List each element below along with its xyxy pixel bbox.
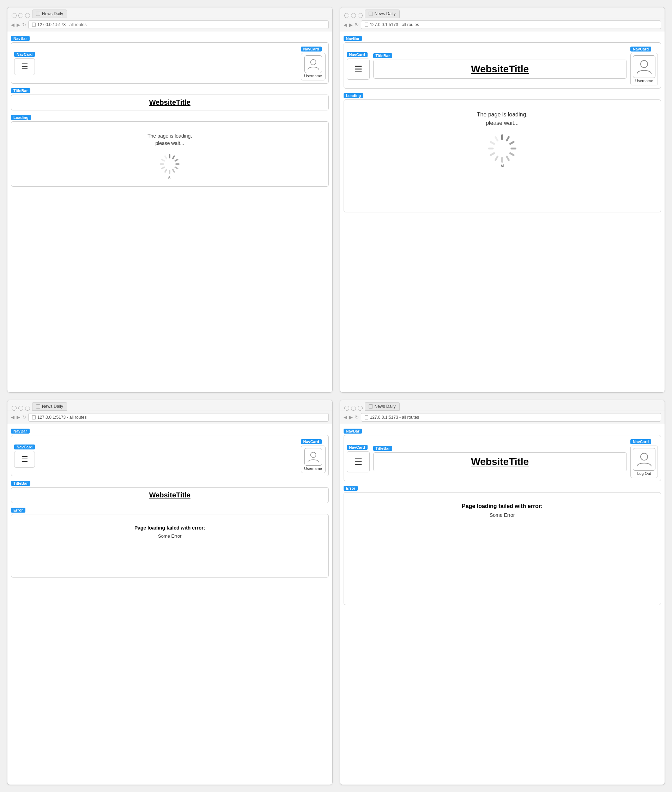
hamburger-icon[interactable]: ☰: [349, 61, 367, 77]
avatar: [304, 55, 322, 73]
titlebar: WebsiteTitle: [373, 60, 627, 79]
titlebar-label: TitleBar: [373, 446, 393, 451]
navbar-row: NavCard ☰ TitleBar WebsiteTitle: [347, 45, 658, 85]
window-btn-3[interactable]: [25, 13, 30, 18]
user-navcard[interactable]: Username: [630, 53, 658, 85]
browser-window-top-left: News Daily ◀ ▶ ↻ 127.0.0.1:5173 - all ro…: [7, 7, 333, 393]
hamburger-icon[interactable]: ☰: [18, 453, 32, 465]
right-navcard-label: NavCard: [630, 439, 651, 444]
address-input[interactable]: 127.0.0.1:5173 - all routes: [28, 21, 329, 29]
spinner-label: Ai: [501, 164, 504, 168]
window-btn-2[interactable]: [351, 406, 356, 411]
user-navcard[interactable]: Username: [301, 53, 326, 80]
error-message: Some Error: [351, 512, 654, 518]
browser-tab[interactable]: News Daily: [32, 402, 67, 411]
page-body: NavBar NavCard ☰ TitleBar WebsiteTitle: [340, 424, 665, 608]
back-button[interactable]: ◀: [344, 414, 347, 420]
hamburger-icon[interactable]: ☰: [18, 61, 32, 73]
address-bar-row: ◀ ▶ ↻ 127.0.0.1:5173 - all routes: [7, 18, 332, 31]
forward-button[interactable]: ▶: [349, 414, 353, 420]
address-input[interactable]: 127.0.0.1:5173 - all routes: [361, 413, 661, 422]
back-button[interactable]: ◀: [11, 414, 14, 420]
browser-tab-bar: News Daily: [340, 7, 665, 18]
address-bar-row: ◀ ▶ ↻ 127.0.0.1:5173 - all routes: [340, 18, 665, 31]
right-navcard-label: NavCard: [301, 439, 322, 444]
tab-title: News Daily: [42, 11, 63, 16]
spinner-label: Ai: [168, 175, 171, 179]
loading-section: The page is loading,please wait...: [11, 122, 329, 187]
browser-tab[interactable]: News Daily: [365, 402, 400, 411]
spinner-line-2: [506, 136, 510, 141]
hamburger-navcard[interactable]: ☰: [347, 451, 370, 472]
refresh-button[interactable]: ↻: [355, 414, 359, 420]
titlebar: WebsiteTitle: [373, 452, 627, 471]
hamburger-navcard[interactable]: ☰: [347, 59, 370, 80]
back-button[interactable]: ◀: [11, 22, 14, 27]
browser-tab[interactable]: News Daily: [365, 10, 400, 18]
window-btn-1[interactable]: [344, 406, 349, 411]
window-btn-2[interactable]: [18, 13, 23, 18]
user-navcard[interactable]: Log Out: [630, 446, 658, 478]
address-page-icon: [32, 415, 36, 419]
window-btn-2[interactable]: [18, 406, 23, 411]
right-navcard-wrapper: NavCard Username: [301, 45, 326, 80]
window-btn-1[interactable]: [344, 13, 349, 18]
avatar-svg: [635, 58, 653, 75]
username-text: Username: [635, 79, 653, 83]
error-wrapper: Error Page loading failed with error: So…: [344, 485, 661, 605]
left-navcard-label: NavCard: [14, 52, 35, 57]
svg-point-1: [641, 61, 648, 68]
address-input[interactable]: 127.0.0.1:5173 - all routes: [28, 413, 329, 422]
address-page-icon: [365, 415, 368, 419]
navbar-row: NavCard ☰ TitleBar WebsiteTitle NavCard: [347, 438, 658, 478]
window-btn-3[interactable]: [25, 406, 30, 411]
avatar-svg: [635, 451, 653, 468]
browser-window-bottom-left: News Daily ◀ ▶ ↻ 127.0.0.1:5173 - all ro…: [7, 400, 333, 785]
window-btn-3[interactable]: [358, 406, 363, 411]
left-navcard-wrapper: NavCard ☰: [14, 443, 35, 468]
navbar-inner: NavCard ☰ NavCard: [14, 438, 326, 473]
address-input[interactable]: 127.0.0.1:5173 - all routes: [361, 21, 661, 29]
back-button[interactable]: ◀: [344, 22, 347, 27]
address-bar-row: ◀ ▶ ↻ 127.0.0.1:5173 - all routes: [7, 411, 332, 424]
left-navcard-wrapper: NavCard ☰: [14, 51, 35, 75]
avatar: [633, 448, 655, 470]
address-page-icon: [365, 22, 368, 27]
user-navcard[interactable]: Username: [301, 446, 326, 473]
spinner-line-4: [511, 148, 517, 150]
navbar-label: NavBar: [11, 36, 30, 41]
spinner-line-4: [175, 163, 179, 165]
page-body: NavBar NavCard ☰ TitleBar WebsiteTitle: [340, 31, 665, 216]
window-btn-1[interactable]: [12, 13, 17, 18]
forward-button[interactable]: ▶: [17, 22, 20, 27]
hamburger-navcard[interactable]: ☰: [14, 58, 35, 75]
window-btn-1[interactable]: [12, 406, 17, 411]
spinner-line-5: [509, 152, 515, 156]
refresh-button[interactable]: ↻: [355, 22, 359, 27]
username-text: Username: [304, 74, 322, 78]
spinner-line-11: [490, 141, 495, 145]
window-btn-2[interactable]: [351, 13, 356, 18]
window-controls: [344, 406, 363, 411]
refresh-button[interactable]: ↻: [22, 22, 26, 27]
hamburger-navcard[interactable]: ☰: [14, 451, 35, 468]
address-text: 127.0.0.1:5173 - all routes: [370, 415, 419, 420]
hamburger-icon[interactable]: ☰: [349, 454, 367, 470]
error-title: Page loading failed with error:: [18, 525, 322, 531]
refresh-button[interactable]: ↻: [22, 414, 26, 420]
titlebar-wrapper-inline: TitleBar WebsiteTitle: [373, 52, 627, 79]
tab-title: News Daily: [42, 404, 63, 409]
navbar-wrapper: NavBar NavCard ☰ NavCard: [11, 35, 329, 83]
window-btn-3[interactable]: [358, 13, 363, 18]
loading-wrapper: Loading The page is loading,please wait.…: [344, 92, 661, 212]
error-label: Error: [11, 508, 26, 513]
username-text: Username: [304, 466, 322, 470]
spinner-line-11: [161, 158, 165, 162]
forward-button[interactable]: ▶: [349, 22, 353, 27]
forward-button[interactable]: ▶: [17, 414, 20, 420]
browser-tab[interactable]: News Daily: [32, 10, 67, 18]
loading-section: The page is loading,please wait...: [344, 99, 661, 212]
spinner-line-1: [501, 134, 503, 140]
loading-text: The page is loading,please wait...: [147, 132, 192, 147]
titlebar: WebsiteTitle: [11, 487, 329, 503]
